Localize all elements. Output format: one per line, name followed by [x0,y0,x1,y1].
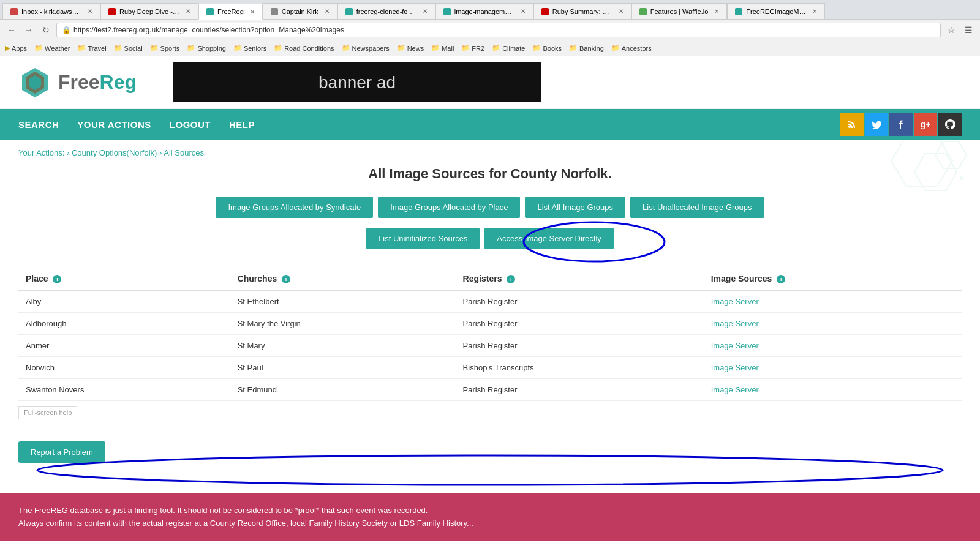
bookmark-seniors[interactable]: 📁 Seniors [233,44,266,52]
bookmark-newspapers[interactable]: 📁 Newspapers [342,44,390,52]
breadcrumb-county-options[interactable]: County Options(Norfolk) [72,148,157,157]
table-wrapper: Place i Churches i Registers i Image S [18,268,962,401]
image-source-alby: Image Server [704,290,962,313]
image-source-aldborough: Image Server [704,313,962,335]
tab-image-management[interactable]: image-management -... ✕ [435,3,533,19]
btn-list-all-image-groups[interactable]: List All Image Groups [525,197,625,218]
col-registers: Registers i [456,268,704,290]
church-anmer: St Mary [230,335,456,357]
register-anmer: Parish Register [456,335,704,357]
btn-list-uninitialized[interactable]: List Uninitialized Sources [366,228,480,249]
image-server-link-anmer[interactable]: Image Server [711,341,759,350]
bookmark-mail[interactable]: 📁 Mail [431,44,454,52]
main-nav: SEARCH YOUR ACTIONS LOGOUT HELP g+ [0,109,980,140]
action-buttons: Image Groups Allocated by Syndicate Imag… [18,197,962,249]
banner-ad: banner ad [173,62,541,102]
btn-list-unallocated[interactable]: List Unallocated Image Groups [630,197,764,218]
registers-info-icon[interactable]: i [507,275,515,283]
bookmark-button[interactable]: ☆ [944,23,958,37]
bookmark-apps[interactable]: ▶ Apps [5,44,27,52]
bookmark-news[interactable]: 📁 News [397,44,424,52]
register-swanton-novers: Parish Register [456,379,704,401]
report-section: Report a Problem [18,429,962,463]
table-row: Norwich St Paul Bishop's Transcripts Ima… [18,357,962,379]
bookmark-sports[interactable]: 📁 Sports [150,44,180,52]
btn-access-image-server[interactable]: Access Image Server Directly [484,228,614,249]
church-aldborough: St Mary the Virgin [230,313,456,335]
bookmark-travel[interactable]: 📁 Travel [77,44,106,52]
bookmarks-bar: ▶ Apps 📁 Weather 📁 Travel 📁 Social 📁 Spo… [0,40,980,56]
bookmark-social[interactable]: 📁 Social [114,44,143,52]
breadcrumb-your-actions[interactable]: Your Actions: [18,148,64,157]
image-sources-table: Place i Churches i Registers i Image S [18,268,962,401]
breadcrumb: Your Actions: › County Options(Norfolk) … [0,140,980,166]
table-row: Swanton Novers St Edmund Parish Register… [18,379,962,401]
tab-captain-kirk[interactable]: Captain Kirk ✕ [263,3,337,19]
nav-logout[interactable]: LOGOUT [170,119,211,130]
btn-image-groups-syndicate[interactable]: Image Groups Allocated by Syndicate [216,197,373,218]
nav-search[interactable]: SEARCH [18,119,59,130]
bookmark-banking[interactable]: 📁 Banking [569,44,604,52]
tab-freereg-image[interactable]: FreeREGImageManage... ✕ [727,3,825,19]
table-row-anmer: Anmer St Mary Parish Register Image Serv… [18,335,962,357]
image-sources-info-icon[interactable]: i [777,275,785,283]
bookmark-weather[interactable]: 📁 Weather [34,44,70,52]
tab-freereg-cloned[interactable]: freereg-cloned-for-kir... ✕ [337,3,435,19]
image-source-anmer: Image Server [704,335,962,357]
place-swanton-novers: Swanton Novers [18,379,230,401]
table-row: Aldborough St Mary the Virgin Parish Reg… [18,313,962,335]
bookmark-shopping[interactable]: 📁 Shopping [187,44,226,52]
svg-point-3 [848,126,851,128]
nav-help[interactable]: HELP [229,119,255,130]
bookmark-fr2[interactable]: 📁 FR2 [461,44,484,52]
image-source-norwich: Image Server [704,357,962,379]
tab-waffle[interactable]: Features | Waffle.io ✕ [631,3,728,19]
breadcrumb-all-sources: All Sources [164,148,204,157]
church-alby: St Ethelbert [230,290,456,313]
bookmark-climate[interactable]: 📁 Climate [492,44,525,52]
tab-inbox[interactable]: Inbox - kirk.dawson.bo... ✕ [2,3,100,19]
address-input[interactable]: 🔒 https://test2.freereg.org.uk/manage_co… [56,23,941,37]
forward-button[interactable]: → [22,23,36,37]
register-alby: Parish Register [456,290,704,313]
register-aldborough: Parish Register [456,313,704,335]
tab-freereg[interactable]: FreeReg ✕ [198,4,263,20]
address-bar-row: ← → ↻ 🔒 https://test2.freereg.org.uk/man… [0,20,980,40]
col-place: Place i [18,268,230,290]
col-image-sources: Image Sources i [704,268,962,290]
report-problem-button[interactable]: Report a Problem [18,441,105,463]
menu-button[interactable]: ☰ [962,23,975,37]
image-source-swanton-novers: Image Server [704,379,962,401]
nav-your-actions[interactable]: YOUR ACTIONS [77,119,151,130]
footer-bar: The FreeREG database is just a finding t… [0,493,980,541]
churches-info-icon[interactable]: i [282,275,290,283]
svg-marker-4 [891,135,952,187]
bookmark-road-conditions[interactable]: 📁 Road Conditions [274,44,334,52]
tab-ruby-summary[interactable]: Ruby Summary: Ruby... ✕ [533,3,631,19]
image-server-link-swanton-novers[interactable]: Image Server [711,385,759,394]
site-header: FreeReg banner ad [0,56,980,109]
image-server-link-alby[interactable]: Image Server [711,297,759,306]
refresh-button[interactable]: ↻ [39,23,53,37]
image-server-link-norwich[interactable]: Image Server [711,363,759,372]
freereg-logo-icon [18,66,52,99]
place-aldborough: Aldborough [18,313,230,335]
bookmark-ancestors[interactable]: 📁 Ancestors [611,44,652,52]
logo-area: FreeReg [18,66,137,99]
tab-ruby[interactable]: Ruby Deep Dive - The... ✕ [100,3,198,19]
bookmark-books[interactable]: 📁 Books [532,44,562,52]
image-server-link-aldborough[interactable]: Image Server [711,319,759,328]
btn-image-groups-place[interactable]: Image Groups Allocated by Place [378,197,520,218]
svg-point-7 [960,176,963,180]
place-info-icon[interactable]: i [53,275,61,283]
footer-text-2: Always confirm its content with the actu… [18,517,962,530]
back-button[interactable]: ← [5,23,18,37]
fullscreen-hint: Full-screen help [18,406,77,419]
svg-marker-5 [914,154,957,190]
browser-tabs: Inbox - kirk.dawson.bo... ✕ Ruby Deep Di… [0,0,980,20]
col-churches: Churches i [230,268,456,290]
main-content: All Image Sources for County Norfolk. Im… [0,166,980,481]
church-swanton-novers: St Edmund [230,379,456,401]
place-norwich: Norwich [18,357,230,379]
place-alby: Alby [18,290,230,313]
